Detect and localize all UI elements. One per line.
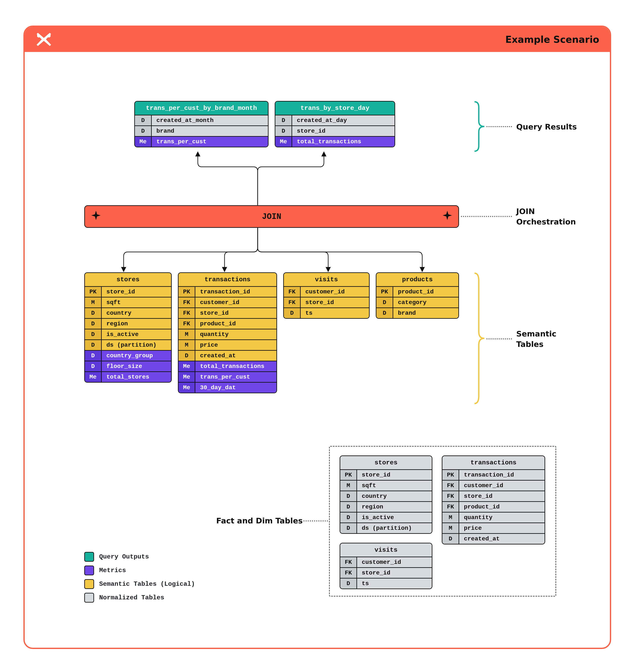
- table-header: stores: [85, 273, 171, 287]
- legend: Query Outputs Metrics Semantic Tables (L…: [84, 548, 195, 606]
- table-header: trans_by_store_day: [275, 101, 395, 115]
- side-label: Query Results: [516, 122, 577, 132]
- logo-icon: [35, 31, 52, 47]
- table-header: transactions: [179, 273, 276, 287]
- side-label: Semantic Tables: [516, 329, 556, 350]
- legend-item: Normalized Tables: [84, 593, 195, 603]
- svg-point-0: [37, 34, 41, 38]
- page-title: Example Scenario: [505, 34, 599, 45]
- table-header: products: [376, 273, 458, 287]
- fact-table: transactions PKtransaction_id FKcustomer…: [442, 455, 545, 545]
- table-header: stores: [340, 456, 432, 470]
- swatch-icon: [84, 593, 94, 603]
- side-label: JOIN Orchestration: [516, 206, 576, 227]
- svg-point-1: [47, 34, 51, 38]
- bracket-icon: [474, 101, 485, 152]
- table-header: trans_per_cust_by_brand_month: [135, 101, 268, 115]
- fact-table: stores PKstore_id Msqft Dcountry Dregion…: [339, 455, 432, 534]
- table-header: transactions: [443, 456, 545, 470]
- fact-table: visits FKcustomer_id FKstore_id Dts: [339, 543, 432, 589]
- scenario-card: Example Scenario: [23, 26, 611, 649]
- semantic-table: stores PKstore_id Msqft Dcountry Dregion…: [84, 272, 172, 383]
- join-label: JOIN: [262, 212, 281, 221]
- swatch-icon: [84, 579, 94, 589]
- legend-item: Query Outputs: [84, 552, 195, 562]
- semantic-table: visits FKcustomer_id FKstore_id Dts: [283, 272, 370, 319]
- side-label: Fact and Dim Tables: [216, 516, 303, 526]
- table-header: visits: [340, 544, 432, 557]
- semantic-table: transactions PKtransaction_id FKcustomer…: [178, 272, 277, 393]
- legend-item: Metrics: [84, 566, 195, 575]
- table-header: visits: [284, 273, 369, 287]
- join-bar: JOIN: [84, 205, 459, 228]
- bracket-icon: [474, 272, 485, 404]
- sparkle-icon: [91, 211, 101, 222]
- swatch-icon: [84, 552, 94, 562]
- sparkle-icon: [443, 211, 452, 222]
- swatch-icon: [84, 566, 94, 575]
- titlebar: Example Scenario: [25, 27, 610, 52]
- query-table: trans_by_store_day Dcreated_at_day Dstor…: [275, 101, 395, 147]
- legend-item: Semantic Tables (Logical): [84, 579, 195, 589]
- query-table: trans_per_cust_by_brand_month Dcreated_a…: [134, 101, 269, 147]
- semantic-table: products PKproduct_id Dcategory Dbrand: [376, 272, 459, 319]
